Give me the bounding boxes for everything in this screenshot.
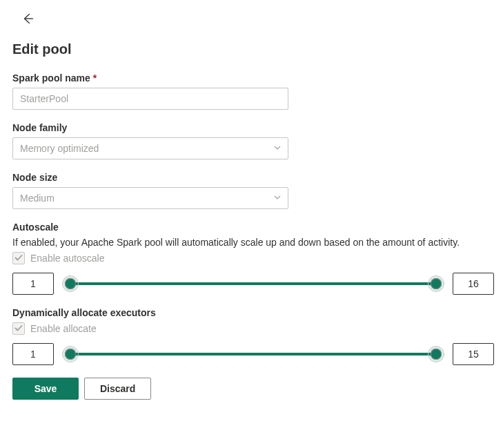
- field-node-family: Node family Memory optimized: [12, 122, 491, 159]
- autoscale-label: Autoscale: [12, 222, 491, 233]
- pool-name-label-text: Spark pool name: [12, 72, 90, 84]
- pool-name-input[interactable]: [12, 88, 288, 110]
- dyn-alloc-checkbox-row: Enable allocate: [12, 322, 491, 335]
- dyn-alloc-slider-thumb-min[interactable]: [65, 349, 76, 360]
- dyn-alloc-slider-thumb-max[interactable]: [431, 349, 442, 360]
- node-size-label: Node size: [12, 172, 491, 183]
- autoscale-max-input[interactable]: 16: [453, 273, 494, 295]
- required-marker: *: [93, 72, 97, 84]
- autoscale-slider-row: 1 16: [12, 273, 494, 295]
- node-size-value: Medium: [12, 187, 288, 209]
- arrow-left-icon: [21, 12, 34, 27]
- autoscale-description: If enabled, your Apache Spark pool will …: [12, 237, 491, 248]
- autoscale-min-input[interactable]: 1: [12, 273, 54, 295]
- check-icon: [14, 323, 23, 335]
- button-row: Save Discard: [12, 378, 491, 400]
- field-dyn-alloc: Dynamically allocate executors Enable al…: [12, 307, 491, 365]
- autoscale-checkbox-row: Enable autoscale: [12, 252, 491, 264]
- check-icon: [14, 253, 23, 264]
- autoscale-slider[interactable]: [65, 282, 442, 285]
- dyn-alloc-min-input[interactable]: 1: [12, 343, 54, 365]
- node-family-select[interactable]: Memory optimized: [12, 137, 288, 159]
- field-node-size: Node size Medium: [12, 172, 491, 209]
- back-button[interactable]: [18, 10, 37, 29]
- autoscale-slider-thumb-max[interactable]: [431, 278, 442, 289]
- node-size-select[interactable]: Medium: [12, 187, 288, 209]
- dyn-alloc-slider[interactable]: [65, 353, 442, 356]
- page-title: Edit pool: [12, 41, 491, 57]
- field-pool-name: Spark pool name *: [12, 72, 491, 110]
- dyn-alloc-checkbox[interactable]: [12, 322, 25, 335]
- pool-name-label: Spark pool name *: [12, 72, 491, 84]
- autoscale-slider-thumb-min[interactable]: [65, 278, 76, 289]
- dyn-alloc-checkbox-label: Enable allocate: [30, 323, 97, 334]
- save-button[interactable]: Save: [12, 378, 79, 400]
- discard-button[interactable]: Discard: [84, 378, 151, 400]
- dyn-alloc-label: Dynamically allocate executors: [12, 307, 491, 318]
- dyn-alloc-max-input[interactable]: 15: [453, 343, 494, 365]
- node-family-label: Node family: [12, 122, 491, 133]
- field-autoscale: Autoscale If enabled, your Apache Spark …: [12, 222, 491, 295]
- node-family-value: Memory optimized: [12, 137, 288, 159]
- dyn-alloc-slider-row: 1 15: [12, 343, 494, 365]
- autoscale-checkbox[interactable]: [12, 252, 25, 264]
- autoscale-checkbox-label: Enable autoscale: [30, 253, 104, 264]
